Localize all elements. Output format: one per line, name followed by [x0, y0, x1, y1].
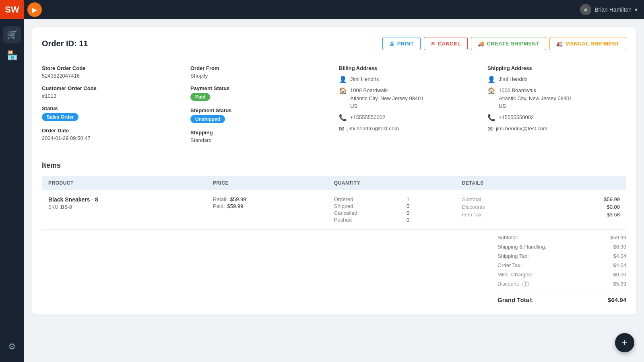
billing-person-icon: 👤: [339, 76, 347, 83]
shipped-value: 0: [407, 203, 449, 209]
user-menu[interactable]: ● Brian Hamilton ▾: [580, 4, 638, 15]
items-title: Items: [42, 161, 626, 170]
grand-total-value: $64.94: [608, 296, 626, 303]
sidebar-item-store[interactable]: 🏪: [3, 47, 21, 64]
paid-label: Paid:: [213, 203, 225, 209]
shipping-person-icon: 👤: [487, 76, 495, 83]
discounts-label: Discounts: [462, 204, 485, 210]
app-logo: SW: [0, 0, 24, 19]
billing-phone-icon: 📞: [339, 114, 347, 121]
totals-shipping-tax-value: $4.04: [613, 253, 626, 259]
create-shipment-icon: 🚚: [478, 41, 485, 47]
status-label: Status: [42, 105, 181, 111]
print-button[interactable]: 🖨 PRINT: [382, 37, 421, 50]
totals-grand-total-row: Grand Total: $64.94: [497, 292, 626, 305]
order-header: Order ID: 11 🖨 PRINT ✕ CANCEL 🚚 CREATE S…: [42, 37, 626, 57]
cart-icon: 🛒: [7, 29, 18, 40]
shipping-value: Standard: [190, 137, 329, 143]
manual-shipment-label: MANUAL SHIPMENT: [566, 41, 619, 47]
store-order-code-label: Store Order Code: [42, 65, 181, 71]
totals-subtotal-value: $59.99: [610, 234, 626, 241]
col-details: DETAILS: [456, 176, 626, 190]
pushed-label: Pushed: [334, 217, 397, 223]
discount-help-icon[interactable]: ?: [522, 281, 529, 287]
shipping-country: US: [499, 102, 572, 110]
items-table-header: PRODUCT PRICE QUANTITY DETAILS: [42, 176, 626, 190]
items-table-body: Black Sneakers - 8 SKU :BS-8 Retail: $59…: [42, 190, 626, 230]
totals-order-tax-row: Order Tax: $4.04: [497, 261, 626, 270]
store-order-code-value: 5243822047416: [42, 73, 181, 79]
col-price: PRICE: [206, 176, 328, 190]
sidebar-item-settings[interactable]: ⚙: [3, 338, 21, 356]
totals-shipping-label: Shipping & Handling:: [497, 244, 546, 250]
billing-street: 1000 Boardwalk: [350, 86, 424, 95]
col-quantity: QUANTITY: [328, 176, 456, 190]
totals-misc-value: $0.00: [613, 272, 626, 278]
paid-price: $59.99: [227, 203, 244, 209]
fab-button[interactable]: +: [615, 333, 634, 352]
cancel-icon: ✕: [431, 41, 436, 47]
totals-shipping-row: Shipping & Handling: $6.90: [497, 242, 626, 251]
order-from-label: Order From: [190, 65, 329, 71]
billing-country: US: [350, 102, 424, 110]
billing-name: Jimi Hendrix: [350, 75, 379, 83]
billing-home-icon: 🏠: [339, 87, 347, 95]
totals-section: Subtotal: $59.99 Shipping & Handling: $6…: [42, 233, 626, 305]
product-cell: Black Sneakers - 8 SKU :BS-8: [42, 190, 206, 230]
totals-shipping-tax-row: Shipping Tax: $4.04: [497, 251, 626, 261]
order-details-grid: Store Order Code 5243822047416 Customer …: [42, 65, 626, 143]
sidebar-toggle[interactable]: ▶: [27, 2, 42, 17]
order-date-value: 2024-01-29 09:50:47: [42, 135, 181, 141]
product-name: Black Sneakers - 8: [48, 196, 200, 203]
totals-discount-row: Discount: ? $5.99: [497, 279, 626, 289]
subtotal-label: Subtotal: [462, 196, 481, 202]
cancelled-label: Cancelled: [334, 210, 397, 216]
billing-phone: +15555550002: [350, 113, 385, 121]
items-table: PRODUCT PRICE QUANTITY DETAILS Black Sne…: [42, 176, 626, 230]
shipping-phone: +15555550002: [499, 113, 534, 121]
billing-city-state: Atlantic City, New Jersey 08401: [350, 95, 424, 103]
order-title: Order ID: 11: [42, 39, 88, 48]
payment-status-label: Payment Status: [190, 85, 329, 91]
shipping-email: jimi.hendrix@test.com: [496, 125, 547, 133]
ordered-label: Ordered: [334, 196, 397, 202]
billing-address-label: Billing Address: [339, 65, 478, 71]
sidebar-item-orders[interactable]: 🛒: [3, 26, 21, 43]
order-actions: 🖨 PRINT ✕ CANCEL 🚚 CREATE SHIPMENT 🚛 MAN…: [382, 37, 626, 50]
store-icon: 🏪: [7, 50, 18, 61]
order-date-label: Order Date: [42, 128, 181, 134]
user-avatar-icon: ●: [580, 4, 591, 15]
price-cell: Retail: $59.99 Paid: $59.99: [206, 190, 328, 230]
shipping-address-section: Shipping Address 👤 Jimi Hendrix 🏠 1000 B…: [487, 65, 626, 143]
cancel-label: CANCEL: [438, 41, 461, 47]
item-tax-value: $3.58: [607, 212, 620, 218]
totals-discount-label: Discount: ?: [497, 281, 529, 287]
order-card: Order ID: 11 🖨 PRINT ✕ CANCEL 🚚 CREATE S…: [32, 27, 636, 315]
totals-misc-row: Misc. Charges: $0.00: [497, 270, 626, 279]
create-shipment-button[interactable]: 🚚 CREATE SHIPMENT: [471, 37, 546, 50]
retail-price: $59.99: [230, 196, 246, 202]
shipping-city-state: Atlantic City, New Jersey 08401: [499, 95, 572, 103]
totals-order-tax-value: $4.04: [613, 262, 626, 268]
customer-order-code-value: #1013: [42, 93, 181, 99]
payment-status-badge: Paid: [190, 93, 210, 101]
logo-text: SW: [5, 4, 19, 15]
shipping-address-label: Shipping Address: [487, 65, 626, 71]
main-content: Order ID: 11 🖨 PRINT ✕ CANCEL 🚚 CREATE S…: [24, 19, 644, 362]
subtotal-value: $59.99: [604, 196, 620, 202]
shipping-home-icon: 🏠: [487, 87, 495, 95]
discounts-value: $0.00: [607, 204, 620, 210]
product-sku: SKU :BS-8: [48, 204, 200, 210]
manual-shipment-button[interactable]: 🚛 MANUAL SHIPMENT: [549, 37, 626, 50]
shipping-name: Jimi Hendrix: [499, 75, 528, 83]
section-divider: [42, 153, 626, 153]
pushed-value: 0: [407, 217, 449, 223]
customer-order-code-label: Customer Order Code: [42, 85, 181, 91]
totals-shipping-tax-label: Shipping Tax:: [497, 253, 529, 259]
print-label: PRINT: [397, 41, 414, 47]
order-col-1: Store Order Code 5243822047416 Customer …: [42, 65, 181, 143]
cancel-button[interactable]: ✕ CANCEL: [424, 37, 468, 50]
navbar: SW ▶ ● Brian Hamilton ▾: [0, 0, 644, 19]
sidebar: 🛒 🏪 ⚙: [0, 19, 24, 362]
item-tax-label: Item Tax: [462, 212, 482, 218]
